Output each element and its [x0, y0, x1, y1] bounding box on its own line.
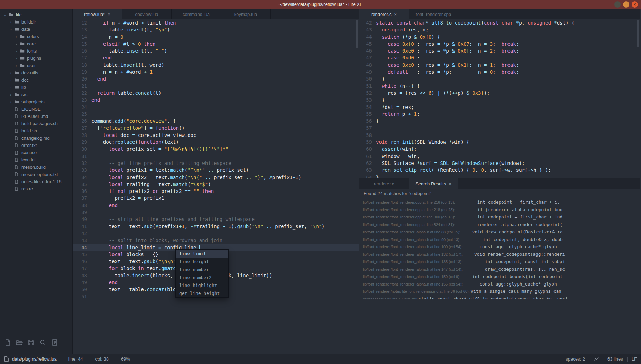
autocomplete-item[interactable]: line_number [176, 265, 228, 273]
code-line[interactable]: 63 ren_set_clip_rect( (RenRect) { 0, 0, … [359, 167, 640, 174]
tree-item-user[interactable]: ›user [0, 62, 72, 69]
code-line[interactable]: 33 local prefix1 = text:match("^\n*" .. … [73, 167, 359, 174]
tab-reflow-lua-[interactable]: reflow.lua*× [73, 9, 122, 19]
code-line[interactable]: 36 if not prefix2 or prefix2 == "" then [73, 188, 359, 195]
code-line[interactable]: 56} [359, 118, 640, 124]
status-col[interactable]: col: 38 [95, 356, 109, 362]
search-icon[interactable] [39, 339, 46, 346]
close-tab-icon[interactable]: × [449, 181, 451, 186]
code-line[interactable]: 14 n = 0 [73, 34, 359, 40]
tree-item-changelog-md[interactable]: changelog.md [0, 134, 72, 142]
code-line[interactable]: 42 [73, 230, 359, 237]
tab-font-renderer-cpp[interactable]: font_renderer.cpp [409, 9, 458, 19]
tree-item-src[interactable]: ›src [0, 91, 72, 98]
code-line[interactable]: 18 table.insert(t, word) [73, 62, 359, 68]
autocomplete-item[interactable]: line_number2 [176, 273, 228, 281]
search-result-row[interactable]: lib/font_renderer/font_renderer.cpp at l… [363, 206, 640, 213]
code-line[interactable]: 28 local doc = core.active_view.doc [73, 132, 359, 139]
code-line[interactable]: 53 } [359, 96, 640, 103]
code-line[interactable]: 51 while (n--) { [359, 83, 640, 90]
tree-item-readme-md[interactable]: README.md [0, 113, 72, 120]
code-line[interactable]: 60 assert(win); [359, 146, 640, 152]
scrollbar-thumb[interactable] [356, 20, 358, 48]
tree-item-core[interactable]: ›core [0, 40, 72, 47]
tree-item-lite[interactable]: ⌄lite [0, 11, 72, 18]
code-line[interactable]: 47 case 0xd0 : [359, 54, 640, 61]
code-line[interactable]: 23end [73, 96, 359, 103]
code-line[interactable]: 43 unsigned res, n; [359, 26, 640, 33]
tree-item-plugins[interactable]: ›plugins [0, 55, 72, 62]
code-line[interactable]: 42static const char* utf8_to_codepoint(c… [359, 19, 640, 26]
code-line[interactable]: 64} [359, 174, 640, 178]
search-result-row[interactable]: lib/font_renderer/font_renderer_alpha.h … [363, 235, 640, 243]
tab-keymap-lua[interactable]: keymap.lua [221, 9, 271, 19]
tree-item-icon-ico[interactable]: icon.ico [0, 149, 72, 156]
tree-item-data[interactable]: ⌄data [0, 26, 72, 33]
code-line[interactable]: 54 *dst = res; [359, 104, 640, 111]
search-result-row[interactable]: lib/font_renderer/font_renderer_alpha.h … [363, 228, 640, 235]
code-line[interactable]: 46 case 0xe0 : res = *p & 0x0f; n = 2; b… [359, 47, 640, 54]
code-line[interactable]: 40 -- strip all line prefixes and traili… [73, 216, 359, 223]
search-result-row[interactable]: lib/font_renderer/font_renderer_alpha.h … [363, 272, 640, 280]
code-line[interactable]: 13 table.insert(t, "\n") [73, 26, 359, 33]
code-line[interactable]: 55 return p + 1; [359, 111, 640, 118]
code-line[interactable]: 43 -- split into blocks, wordwrap and jo… [73, 237, 359, 244]
search-result-row[interactable]: lib/font_renderer/notes-lite-font-render… [363, 287, 640, 295]
search-result-row[interactable]: lib/font_renderer/font_renderer_alpha.h … [363, 258, 640, 265]
code-line[interactable]: 57 [359, 124, 640, 131]
autocomplete-item[interactable]: line_highlight [176, 281, 228, 289]
tab-command-lua[interactable]: command.lua [172, 9, 221, 19]
log-icon[interactable] [51, 339, 58, 346]
left-code-area[interactable]: line_limitline_heightline_numberline_num… [73, 19, 359, 354]
tree-item-meson-build[interactable]: meson.build [0, 164, 72, 171]
code-line[interactable]: 26command.add("core.docview", { [73, 118, 359, 124]
tree-item-license[interactable]: LICENSE [0, 105, 72, 113]
status-line-ending[interactable]: LF [632, 356, 637, 362]
code-line[interactable]: 34 local prefix2 = text:match("\n(" .. p… [73, 174, 359, 181]
code-line[interactable]: 59void ren_init(SDL_Window *win) { [359, 139, 640, 146]
autocomplete-item[interactable]: line_limit [176, 250, 228, 258]
tab-renderer-c[interactable]: renderer.c× [359, 9, 409, 19]
code-line[interactable]: 29 doc:replace(function(text) [73, 139, 359, 146]
code-line[interactable]: 22 return table.concat(t) [73, 90, 359, 96]
tree-item-lib[interactable]: ›lib [0, 84, 72, 91]
tree-item-doc[interactable]: ›doc [0, 76, 72, 84]
tree-item-res-rc[interactable]: res.rc [0, 185, 72, 193]
code-line[interactable]: 38 end [73, 202, 359, 209]
search-result-row[interactable]: lib/font_renderer/font_renderer.cpp at l… [363, 213, 640, 221]
code-line[interactable]: 52 res = (res << 6) | (*(++p) & 0x3f); [359, 90, 640, 96]
code-line[interactable]: 12 if n + #word > limit then [73, 19, 359, 26]
code-line[interactable]: 17 end [73, 54, 359, 61]
tree-item-meson-options-txt[interactable]: meson_options.txt [0, 171, 72, 178]
search-result-row[interactable]: lib/font_renderer/font_renderer.cpp at l… [363, 221, 640, 228]
tree-item-subprojects[interactable]: ›subprojects [0, 98, 72, 105]
code-line[interactable]: 62 SDL_Surface *surf = SDL_GetWindowSurf… [359, 160, 640, 167]
maximize-button[interactable]: □ [623, 1, 629, 8]
new-file-icon[interactable] [4, 339, 11, 346]
tree-item-build-sh[interactable]: build.sh [0, 127, 72, 134]
autocomplete-item[interactable]: get_line_height [176, 289, 228, 297]
right-code-area[interactable]: 42static const char* utf8_to_codepoint(c… [359, 19, 640, 178]
code-line[interactable]: 45 case 0xf0 : res = *p & 0x07; n = 3; b… [359, 40, 640, 47]
code-line[interactable]: 58 [359, 132, 640, 139]
autocomplete-item[interactable]: line_height [176, 258, 228, 265]
tab-renderer-c[interactable]: renderer.c [359, 178, 409, 189]
tab-search-results[interactable]: Search Results× [409, 178, 458, 189]
search-result-row[interactable]: lib/font_renderer/font_renderer_alpha.h … [363, 243, 640, 250]
tree-item-colors[interactable]: ›colors [0, 33, 72, 40]
code-line[interactable]: 21 [73, 83, 359, 90]
scrollbar-thumb[interactable] [637, 20, 639, 47]
tree-item-dev-utils[interactable]: ›dev-utils [0, 69, 72, 76]
code-line[interactable]: 49 default : res = *p; n = 0; break; [359, 68, 640, 75]
tab-docview-lua[interactable]: docview.lua [122, 9, 172, 19]
tree-item-icon-inl[interactable]: icon.inl [0, 156, 72, 164]
code-line[interactable]: 37 prefix2 = prefix1 [73, 195, 359, 202]
code-line[interactable]: 31 [73, 153, 359, 160]
open-folder-icon[interactable] [16, 339, 23, 346]
close-button[interactable]: × [632, 1, 638, 8]
tree-item-error-txt[interactable]: error.txt [0, 142, 72, 149]
status-line[interactable]: line: 44 [68, 356, 83, 362]
search-result-row[interactable]: lib/font_renderer/font_renderer_alpha.h … [363, 250, 640, 258]
code-line[interactable]: 30 local prefix_set = "[^%w\n%[%](){}`'\… [73, 146, 359, 152]
search-result-row[interactable]: lib/font_renderer/font_renderer_alpha.h … [363, 265, 640, 273]
